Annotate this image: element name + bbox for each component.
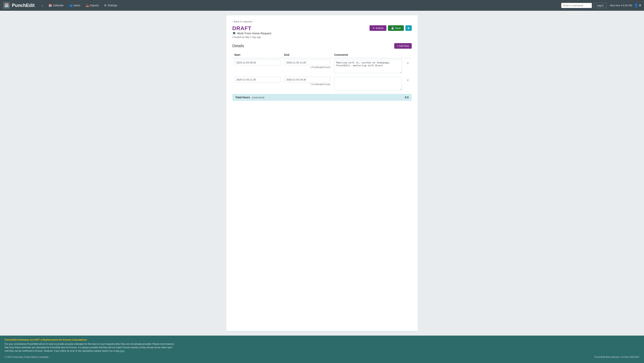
submit-label: Submit (376, 27, 383, 30)
nav-home[interactable]: ⌂ (39, 2, 46, 8)
navbar: 🏥 PunchEdit ⌂ 📅 Calendar 👥 Users 📥 Impor… (0, 0, 644, 11)
start-cell-2 (232, 75, 282, 92)
comments-cell-2 (332, 75, 404, 92)
total-hours-value: 8.5 (405, 96, 409, 99)
created-by-user: You (245, 36, 250, 38)
comments-cell-1: Meeting with 3s, worked on homepage, Pun… (332, 58, 404, 75)
end-cell-2: 7.0 estimated hours (282, 75, 332, 92)
nav-users[interactable]: 👥 Users (67, 2, 82, 8)
delete-button[interactable]: 🗑 (406, 25, 412, 31)
details-header: Details + Add Row (232, 43, 412, 49)
nav-calendar-label: Calendar (53, 4, 64, 7)
table-header-row: Start End Comments (232, 52, 412, 58)
save-button[interactable]: 💾 Save (388, 25, 404, 31)
estimated-hours-2: 7.0 estimated hours (284, 83, 330, 86)
nav-settings-label: Settings (108, 4, 117, 7)
nav-imports[interactable]: 📥 Imports (84, 2, 101, 8)
footer-bottom: © 2020 University of New Mexico Hospital… (4, 356, 640, 358)
details-title: Details (232, 44, 244, 48)
submit-button[interactable]: ✈ Submit (370, 25, 386, 31)
footer-text-italic: However, if you notice an error in the c… (44, 350, 119, 352)
chevron-left-icon: ‹ (232, 20, 233, 23)
row-delete-button-2[interactable]: ✕ (406, 78, 410, 83)
col-end-header: End (282, 52, 332, 58)
action-cell-2: ✕ (404, 75, 412, 92)
end-input-1[interactable] (284, 60, 330, 65)
brand-icon: 🏥 (3, 2, 10, 9)
total-hours-estimated: (estimated) (252, 96, 264, 99)
user-menu-icon[interactable]: 👤 ▾ (634, 3, 641, 8)
total-hours-left: Total Hours (estimated) (235, 96, 264, 99)
back-link-label: Back to requests (234, 20, 252, 23)
login-button[interactable]: Log in (594, 3, 606, 8)
datetime-display: Wed Nov 4 6:50 PM (610, 4, 632, 7)
created-by-prefix: Created by (232, 36, 244, 38)
start-input-1[interactable] (234, 60, 280, 65)
main-nav: ⌂ 📅 Calendar 👥 Users 📥 Imports ⚙ Setting… (39, 2, 562, 8)
end-cell-1: 1.5 estimated hours (282, 58, 332, 75)
trash-icon: 🗑 (407, 27, 410, 30)
header-actions: ✈ Submit 💾 Save 🗑 (370, 25, 412, 31)
created-by: Created by You 1 day ago (232, 36, 271, 38)
start-input-2[interactable] (234, 77, 280, 82)
request-header-left: DRAFT 💻 Work From Home Request Created b… (232, 25, 271, 42)
users-icon: 👥 (69, 4, 72, 7)
footer-warning-title: PunchEdit Estimates are NOT a Replacemen… (4, 338, 640, 341)
action-cell-1: ✕ (404, 58, 412, 75)
footer-version: PunchEdit Beta Release, Commit c96222b7 (594, 356, 640, 358)
col-comments-header: Comments (332, 52, 404, 58)
footer: PunchEdit Estimates are NOT a Replacemen… (0, 336, 644, 363)
end-input-2[interactable] (284, 77, 330, 82)
main-content: ‹ Back to requests DRAFT 💻 Work From Hom… (0, 11, 644, 336)
nav-calendar[interactable]: 📅 Calendar (46, 2, 66, 8)
details-table: Start End Comments 1.5 estimated hours (232, 52, 412, 92)
comments-input-2[interactable] (334, 77, 402, 90)
table-row: 7.0 estimated hours ✕ (232, 75, 412, 92)
nav-settings[interactable]: ⚙ Settings (102, 2, 120, 8)
imports-icon: 📥 (86, 4, 89, 7)
monitor-icon: 💻 (232, 32, 236, 35)
comments-input-1[interactable]: Meeting with 3s, worked on homepage, Pun… (334, 60, 402, 73)
request-type-label: Work From Home Request (237, 32, 271, 35)
settings-icon: ⚙ (104, 4, 106, 7)
request-type: 💻 Work From Home Request (232, 32, 271, 35)
col-action-header (404, 52, 412, 58)
page-container: ‹ Back to requests DRAFT 💻 Work From Hom… (226, 15, 418, 331)
row-delete-button-1[interactable]: ✕ (406, 60, 410, 66)
footer-bug-link[interactable]: here (120, 350, 124, 352)
brand[interactable]: 🏥 PunchEdit (3, 2, 35, 9)
back-link[interactable]: ‹ Back to requests (232, 20, 252, 23)
footer-warning-text: For your convenience PunchEdit will do i… (4, 342, 177, 353)
navbar-right: Log in Wed Nov 4 6:50 PM 👤 ▾ (561, 3, 641, 8)
start-cell-1 (232, 58, 282, 75)
nav-users-label: Users (73, 4, 80, 7)
col-start-header: Start (232, 52, 282, 58)
calendar-icon: 📅 (48, 4, 52, 7)
username-input[interactable] (561, 3, 592, 8)
save-icon: 💾 (391, 27, 394, 30)
total-hours-label: Total Hours (235, 96, 250, 99)
total-hours-row: Total Hours (estimated) 8.5 (232, 94, 412, 101)
send-icon: ✈ (372, 27, 375, 30)
table-row: 1.5 estimated hours Meeting with 3s, wor… (232, 58, 412, 75)
save-label: Save (395, 27, 401, 30)
status-badge: DRAFT (232, 25, 271, 32)
header-row: DRAFT 💻 Work From Home Request Created b… (232, 25, 412, 42)
estimated-hours-1: 1.5 estimated hours (284, 66, 330, 68)
nav-imports-label: Imports (90, 4, 99, 7)
created-by-suffix: 1 day ago (250, 36, 261, 38)
brand-name: PunchEdit (12, 3, 35, 8)
add-row-button[interactable]: + Add Row (394, 43, 412, 49)
footer-copyright: © 2020 University of New Mexico Hospital… (4, 356, 49, 358)
